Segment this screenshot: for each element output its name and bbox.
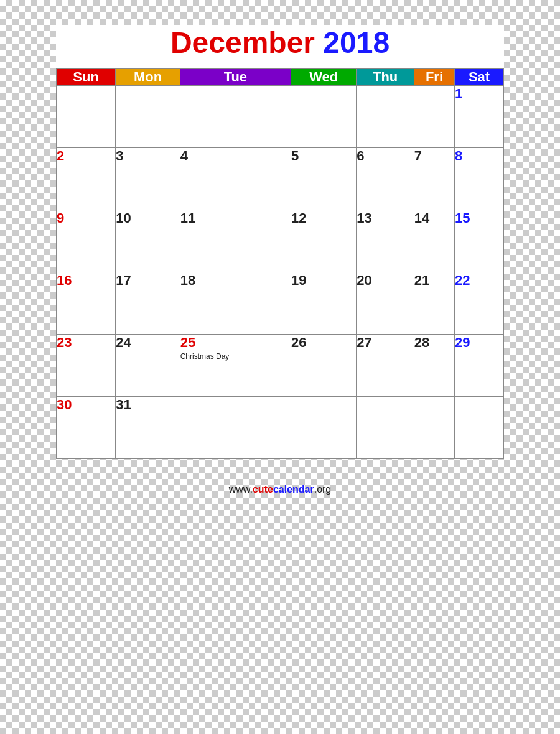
day-cell — [291, 85, 357, 147]
day-number: 20 — [357, 272, 414, 289]
calendar-week-3: 16171819202122 — [57, 272, 504, 334]
day-cell — [414, 396, 454, 458]
header-fri: Fri — [414, 68, 454, 85]
day-cell: 31 — [116, 396, 180, 458]
day-number: 15 — [455, 210, 503, 226]
day-number: 3 — [116, 148, 179, 164]
day-cell: 25Christmas Day — [180, 334, 291, 396]
day-cell: 11 — [180, 210, 291, 272]
day-number: 4 — [180, 148, 291, 164]
day-cell: 16 — [57, 272, 116, 334]
day-number: 7 — [414, 148, 454, 164]
calendar-week-4: 232425Christmas Day26272829 — [57, 334, 504, 396]
day-number: 19 — [291, 272, 356, 289]
calendar-week-0: 1 — [57, 85, 504, 147]
day-cell: 30 — [57, 396, 116, 458]
header-sat: Sat — [455, 68, 504, 85]
calendar-title: December 2018 — [56, 25, 504, 61]
day-cell: 4 — [180, 147, 291, 210]
day-number: 26 — [291, 335, 356, 351]
day-number: 29 — [455, 335, 503, 351]
header-row: Sun Mon Tue Wed Thu Fri Sat — [57, 68, 504, 85]
day-number: 1 — [455, 86, 503, 102]
day-number: 30 — [57, 397, 115, 413]
day-cell — [180, 396, 291, 458]
day-cell: 6 — [357, 147, 414, 210]
day-number: 2 — [57, 148, 115, 164]
day-cell: 29 — [455, 334, 504, 396]
day-number: 18 — [180, 272, 291, 289]
day-cell — [116, 85, 180, 147]
day-cell: 28 — [414, 334, 454, 396]
day-cell: 7 — [414, 147, 454, 210]
footer-org: .org — [314, 484, 332, 495]
day-number: 8 — [455, 148, 503, 164]
calendar-week-5: 3031 — [57, 396, 504, 458]
day-cell — [357, 85, 414, 147]
calendar-grid: Sun Mon Tue Wed Thu Fri Sat 123456789101… — [56, 68, 504, 459]
day-number: 28 — [414, 335, 454, 351]
header-mon: Mon — [116, 68, 180, 85]
day-cell: 18 — [180, 272, 291, 334]
day-cell: 2 — [57, 147, 116, 210]
day-cell: 9 — [57, 210, 116, 272]
footer-cute: cute — [253, 484, 273, 495]
day-cell — [414, 85, 454, 147]
day-number: 11 — [180, 210, 291, 226]
day-number: 27 — [357, 335, 414, 351]
day-cell: 5 — [291, 147, 357, 210]
day-cell: 3 — [116, 147, 180, 210]
header-sun: Sun — [57, 68, 116, 85]
day-number: 23 — [57, 335, 115, 351]
calendar-container: December 2018 Sun Mon Tue Wed Thu Fri Sa… — [56, 25, 504, 459]
day-number: 14 — [414, 210, 454, 226]
day-number: 10 — [116, 210, 179, 226]
day-cell: 21 — [414, 272, 454, 334]
day-number: 24 — [116, 335, 179, 351]
day-number: 31 — [116, 397, 179, 413]
header-thu: Thu — [357, 68, 414, 85]
calendar-week-2: 9101112131415 — [57, 210, 504, 272]
day-cell: 1 — [455, 85, 504, 147]
day-cell — [291, 396, 357, 458]
day-cell: 10 — [116, 210, 180, 272]
footer-link: www.cutecalendar.org — [229, 484, 332, 495]
day-cell: 22 — [455, 272, 504, 334]
header-wed: Wed — [291, 68, 357, 85]
day-number: 21 — [414, 272, 454, 289]
day-cell: 26 — [291, 334, 357, 396]
day-number: 17 — [116, 272, 179, 289]
day-number: 22 — [455, 272, 503, 289]
holiday-label: Christmas Day — [180, 352, 291, 361]
day-cell: 19 — [291, 272, 357, 334]
day-cell: 13 — [357, 210, 414, 272]
day-number: 25 — [180, 335, 291, 351]
day-cell: 15 — [455, 210, 504, 272]
day-cell: 12 — [291, 210, 357, 272]
day-cell: 8 — [455, 147, 504, 210]
day-cell: 14 — [414, 210, 454, 272]
month-label: December — [170, 26, 323, 59]
header-tue: Tue — [180, 68, 291, 85]
day-cell: 23 — [57, 334, 116, 396]
day-cell — [357, 396, 414, 458]
day-number: 5 — [291, 148, 356, 164]
day-cell: 27 — [357, 334, 414, 396]
calendar-body: 1234567891011121314151617181920212223242… — [57, 85, 504, 458]
day-cell: 24 — [116, 334, 180, 396]
day-cell — [455, 396, 504, 458]
year-label: 2018 — [323, 26, 390, 59]
day-number: 6 — [357, 148, 414, 164]
day-number: 9 — [57, 210, 115, 226]
calendar-week-1: 2345678 — [57, 147, 504, 210]
day-number: 12 — [291, 210, 356, 226]
day-number: 13 — [357, 210, 414, 226]
day-cell — [180, 85, 291, 147]
day-cell — [57, 85, 116, 147]
day-cell: 20 — [357, 272, 414, 334]
day-number: 16 — [57, 272, 115, 289]
footer-calendar: calendar — [273, 484, 314, 495]
day-cell: 17 — [116, 272, 180, 334]
